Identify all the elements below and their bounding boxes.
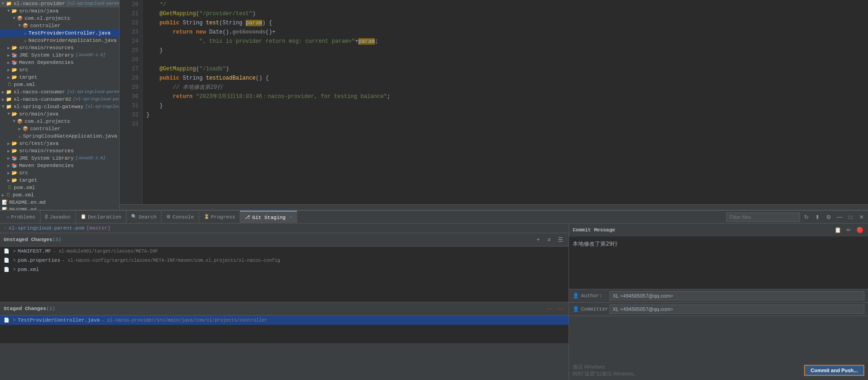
sidebar-item-xl-spring-cloud-gateway[interactable]: ▼ 📁 xl-spring-cloud-gateway [xl-springcl… — [0, 103, 119, 110]
tab-declaration[interactable]: 📋 Declaration — [76, 211, 126, 224]
search-icon: 🔍 — [131, 211, 137, 224]
sidebar-badge: [JavaSE-1.8] — [75, 53, 105, 58]
sidebar-item-src-main-java[interactable]: ▼ 📂 src/main/java — [0, 7, 119, 15]
tab-declaration-label: Declaration — [88, 211, 121, 224]
sidebar-item-xl-nacos-cunsumer02[interactable]: ▶ 📁 xl-nacos-cunsumer02 [xl-springcloud-… — [0, 96, 119, 103]
close-panel-btn[interactable]: ✕ — [857, 213, 866, 222]
unstaged-file-row[interactable]: 📄 > pom.xml — [0, 265, 569, 274]
sidebar-item-com-xl-projects-2[interactable]: ▼ 📦 com.xl.projects — [0, 118, 119, 125]
project-icon: 📁 — [6, 1, 11, 6]
sidebar-item-com-xl-projects[interactable]: ▼ 📦 com.xl.projects — [0, 15, 119, 22]
committer-input[interactable] — [609, 305, 864, 314]
maximize-btn[interactable]: □ — [846, 213, 855, 222]
unstaged-file-row[interactable]: 📄 > pom.properties - xl-nacos-config/tar… — [0, 256, 569, 265]
expand-btn[interactable]: ⬆ — [813, 213, 822, 222]
unstaged-add-btn[interactable]: + — [534, 235, 543, 244]
tab-problems[interactable]: ⚠ Problems — [2, 211, 40, 224]
sidebar-label: pom.xml — [14, 185, 35, 190]
tab-search[interactable]: 🔍 Search — [126, 211, 162, 224]
sidebar-item-pom-xml-root[interactable]: ▶ 🗒 pom.xml — [0, 191, 119, 199]
unstaged-menu-btn[interactable]: ☰ — [556, 235, 565, 244]
code-line-24: ", this is provider return msg: current … — [143, 37, 868, 46]
sidebar-label: src/main/resources — [19, 45, 74, 51]
settings-btn[interactable]: ⚙ — [824, 213, 833, 222]
project-icon: 📁 — [6, 104, 11, 109]
staged-remove-btn[interactable]: — — [545, 304, 554, 313]
arrow-right-icon: ▶ — [7, 60, 10, 65]
commit-icons: 📋 ✏ 🔴 — [833, 225, 864, 235]
package-icon: 📦 — [17, 119, 23, 124]
sidebar-item-target-2[interactable]: ▶ 📂 target — [0, 177, 119, 184]
sidebar-item-target[interactable]: ▶ 📂 target — [0, 74, 119, 81]
package-icon: 📦 — [23, 23, 28, 29]
sidebar-item-maven-dependencies[interactable]: ▶ 📚 Maven Dependencies — [0, 59, 119, 66]
code-line-33 — [143, 120, 868, 129]
sidebar-item-controller[interactable]: ▼ 📦 controller — [0, 22, 119, 29]
commit-panel: Commit Message 📋 ✏ 🔴 本地修改了第29行 👤 Author: — [569, 224, 868, 380]
sidebar-item-readme-md[interactable]: 📝 README.md — [0, 206, 119, 210]
commit-message-textarea[interactable]: 本地修改了第29行 — [569, 236, 868, 289]
sidebar-badge: [xl-springcloud-parent-p — [73, 97, 120, 102]
sidebar-item-src-main-resources-2[interactable]: ▶ 📂 src/main/resources — [0, 147, 119, 155]
sidebar-item-xl-nacos-provider[interactable]: ▼ 📁 xl-nacos-provider [xl-springcloud-pa… — [0, 0, 119, 7]
sidebar-item-xl-nacos-consumer[interactable]: ▶ 📁 xl-nacos-consumer [xl-springcloud-pa… — [0, 88, 119, 96]
tab-progress[interactable]: ⏳ Progress — [199, 211, 241, 224]
arrow-right-icon: ▶ — [7, 156, 10, 161]
unstaged-file-row[interactable]: 📄 > MANIFEST.MF - xl-module001/target/cl… — [0, 247, 569, 256]
author-input[interactable] — [609, 291, 864, 300]
arrow-down-icon: ▼ — [7, 112, 10, 116]
sidebar-item-NacosProviderApplication[interactable]: ☕ NacosProviderApplication.java — [0, 37, 119, 44]
tab-close-icon[interactable]: ✕ — [289, 211, 292, 224]
changes-panel: > xl-springcloud-parent-pom [master] Uns… — [0, 224, 569, 380]
line-number: 29 — [123, 83, 138, 92]
sidebar-item-src-main-java-2[interactable]: ▼ 📂 src/main/java — [0, 110, 119, 118]
line-number: 26 — [123, 55, 138, 64]
commit-and-push-button[interactable]: Commit and Push... — [804, 365, 864, 376]
commit-icon-btn2[interactable]: ✏ — [844, 225, 853, 235]
tab-console[interactable]: 🖥 Console — [161, 211, 199, 224]
file-name: TestProviderController.java — [18, 317, 100, 323]
file-status-icon: 📄 — [4, 317, 9, 323]
sidebar-item-src[interactable]: ▶ 📂 src — [0, 66, 119, 74]
sidebar-item-src-test-java[interactable]: ▶ 📂 src/test/java — [0, 140, 119, 147]
horizontal-scrollbar[interactable] — [120, 204, 868, 210]
sidebar-item-readme-en-md[interactable]: 📝 README.en.md — [0, 199, 119, 206]
breadcrumb-branch: [master] — [86, 225, 111, 231]
project-icon: 📁 — [6, 97, 11, 102]
tab-git-staging-label: Git Staging — [252, 211, 286, 224]
sidebar-item-jre-system-library-2[interactable]: ▶ 📚 JRE System Library [JavaSE-1.8] — [0, 155, 119, 162]
code-container[interactable]: 20 21 22 23 24 25 26 27 28 29 30 31 32 3… — [120, 0, 868, 204]
staged-remove2-btn[interactable]: — — [556, 304, 565, 313]
code-line-25: } — [143, 46, 868, 55]
sidebar-item-pom-xml[interactable]: 🗒 pom.xml — [0, 81, 119, 88]
sidebar-item-maven-dependencies-2[interactable]: ▶ 📚 Maven Dependencies — [0, 162, 119, 169]
minimize-btn[interactable]: — — [835, 213, 844, 222]
folder-icon: 📂 — [11, 111, 17, 117]
sidebar-item-pom-xml-2[interactable]: 🗒 pom.xml — [0, 184, 119, 191]
sidebar-item-jre-system-library[interactable]: ▶ 📚 JRE System Library [JavaSE-1.8] — [0, 52, 119, 59]
sidebar-item-controller-2[interactable]: ▶ 📦 controller — [0, 125, 119, 132]
code-line-22: public String test(String param) { — [143, 18, 868, 28]
library-icon: 📚 — [11, 60, 17, 65]
staged-file-row[interactable]: 📄 > TestProviderController.java - xl-nac… — [0, 316, 569, 325]
commit-icon-btn1[interactable]: 📋 — [833, 225, 842, 235]
line-number: 25 — [123, 46, 138, 55]
sidebar-item-src-2[interactable]: ▶ 📂 src — [0, 169, 119, 177]
folder-icon: 📂 — [11, 67, 17, 73]
sidebar-item-SpringCloudGateApplication[interactable]: ☕ SpringCloudGateApplication.java — [0, 132, 119, 140]
file-status-icon: 📄 — [4, 248, 9, 254]
sidebar-item-src-main-resources[interactable]: ▶ 📂 src/main/resources — [0, 44, 119, 52]
refresh-btn[interactable]: ↻ — [802, 213, 811, 222]
sidebar-item-TestProviderController[interactable]: ☕ TestProviderController.java — [0, 29, 119, 37]
code-lines[interactable]: */ @GetMapping("/provider/test") public … — [143, 0, 868, 204]
file-path: - xl-module001/target/classes/META-INF — [53, 249, 158, 254]
java-file-icon: ☕ — [24, 38, 27, 43]
unstaged-diff-btn[interactable]: ≠ — [545, 235, 554, 244]
file-path: - xl-nacos-provider/src/main/java/com/xl… — [102, 318, 267, 323]
sidebar-badge: [xl-springcloud-parent-por — [67, 90, 120, 94]
code-line-32: } — [143, 110, 868, 120]
tab-javadoc[interactable]: @ Javadoc — [40, 211, 76, 224]
tab-git-staging[interactable]: ⎇ Git Staging ✕ — [240, 211, 297, 224]
commit-icon-btn3[interactable]: 🔴 — [855, 225, 864, 235]
filter-files-input[interactable] — [726, 213, 800, 222]
